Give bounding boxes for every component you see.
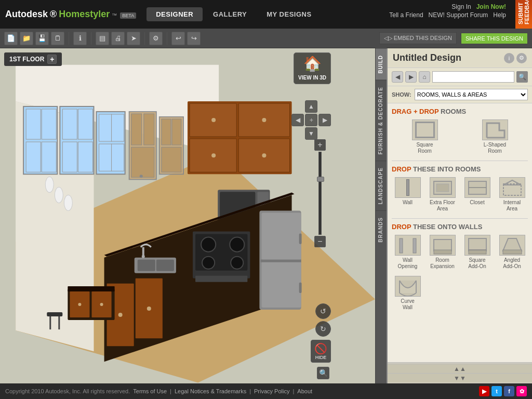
curve-wall-item[interactable]: CurveWall (392, 276, 423, 311)
square-room-item[interactable]: SquareRoom (392, 119, 458, 154)
export-icon[interactable]: ➤ (127, 32, 140, 45)
zoom-thumb[interactable] (317, 177, 324, 182)
svg-rect-85 (413, 238, 416, 253)
share-button[interactable]: SHARE THIS DESIGN (461, 33, 528, 44)
panel-settings-button[interactable]: ⚙ (516, 53, 527, 63)
my-designs-nav-btn[interactable]: MY DESIGNS (257, 7, 321, 21)
wall-opening-item[interactable]: WallOpening (392, 235, 423, 270)
flickr-icon[interactable]: ✿ (516, 386, 527, 396)
tab-build[interactable]: BUILD (376, 48, 387, 80)
svg-rect-45 (138, 260, 155, 271)
show-select[interactable]: ROOMS, WALLS & AREAS FLOOR PLAN 3D VIEW (415, 89, 528, 100)
svg-rect-6 (26, 142, 41, 172)
panel-home-button[interactable]: ⌂ (419, 71, 430, 83)
svg-rect-86 (434, 240, 451, 251)
designer-nav-btn[interactable]: DESIGNER (147, 7, 203, 21)
support-forum-link[interactable]: NEW! Support Forum (429, 11, 488, 19)
svg-point-76 (55, 187, 63, 203)
nav-right-button[interactable]: ▶ (318, 114, 331, 126)
facebook-icon[interactable]: f (504, 386, 514, 396)
panel-back-button[interactable]: ◀ (392, 71, 403, 83)
join-now-link[interactable]: Join Now! (476, 3, 506, 10)
panel-search-button[interactable]: 🔍 (516, 71, 528, 83)
internal-area-item[interactable]: InternalArea (496, 177, 528, 212)
twitter-icon[interactable]: t (491, 386, 502, 396)
show-label: SHOW: (392, 91, 411, 98)
nav-center-button[interactable]: ✛ (305, 114, 317, 126)
section-divider-2 (392, 218, 528, 219)
lshaped-room-item[interactable]: L-ShapedRoom (462, 119, 528, 154)
svg-marker-83 (503, 180, 521, 185)
about-link[interactable]: About (297, 388, 312, 394)
tab-furnish-decorate[interactable]: FURNISH & DECORATE (376, 80, 387, 161)
angled-addon-item[interactable]: AngledAdd-On (496, 235, 528, 270)
table-icon[interactable]: ▤ (96, 32, 109, 45)
panel-forward-button[interactable]: ▶ (405, 71, 417, 83)
svg-point-75 (45, 177, 54, 192)
embed-button[interactable]: ◁▷ EMBED THIS DESIGN (379, 32, 457, 44)
collapse-down-button[interactable]: ▼▼ (388, 373, 532, 382)
drop-onto-walls-grid: WallOpening RoomExpansion (392, 235, 528, 270)
save-as-icon[interactable]: 🗒 (51, 32, 64, 45)
feedback-button[interactable]: SUBMIT FEEDBACK (515, 0, 532, 29)
extra-floor-label: Extra FloorArea (430, 200, 455, 212)
youtube-icon[interactable]: ▶ (479, 386, 489, 396)
gallery-nav-btn[interactable]: GALLERY (204, 7, 256, 21)
legal-link[interactable]: Legal Notices & Trademarks (175, 388, 246, 394)
print-icon[interactable]: 🖨 (111, 32, 125, 45)
view-3d-button[interactable]: 🏠 VIEW IN 3D (294, 52, 331, 84)
open-file-icon[interactable]: 📁 (20, 32, 33, 45)
nav-down-button[interactable]: ▼ (305, 127, 317, 140)
sign-in-link[interactable]: Sign In (451, 3, 471, 10)
undo-icon[interactable]: ↩ (171, 32, 185, 45)
privacy-link[interactable]: Privacy Policy (254, 388, 289, 394)
nav-up-button[interactable]: ▲ (305, 100, 317, 113)
tab-brands[interactable]: BRANDS (376, 210, 387, 249)
panel-info-button[interactable]: i (504, 53, 514, 63)
svg-rect-74 (58, 316, 60, 329)
svg-rect-25 (172, 119, 181, 145)
svg-point-35 (262, 153, 266, 157)
nav-left-button[interactable]: ◀ (291, 114, 304, 126)
collapse-up-button[interactable]: ▲▲ (388, 364, 532, 373)
tell-a-friend-link[interactable]: Tell a Friend (389, 11, 423, 19)
hide-button[interactable]: 🚫 HIDE (311, 340, 331, 363)
house-icon: 🏠 (298, 55, 326, 72)
extra-floor-item[interactable]: Extra FloorArea (427, 177, 458, 212)
svg-rect-57 (261, 212, 301, 259)
zoom-track[interactable] (318, 152, 322, 235)
wall-opening-label: WallOpening (398, 257, 418, 270)
zoom-in-button[interactable]: + (314, 139, 326, 151)
settings-icon[interactable]: ⚙ (149, 32, 163, 45)
svg-point-22 (140, 175, 143, 178)
tab-landscape[interactable]: LANDSCAPE (376, 161, 387, 210)
svg-rect-5 (42, 109, 56, 139)
save-icon[interactable]: 💾 (35, 32, 49, 45)
svg-rect-24 (162, 119, 171, 145)
panel-search-input[interactable] (432, 71, 514, 83)
add-floor-button[interactable]: + (47, 55, 57, 64)
right-panel: Untitled Design i ⚙ ◀ ▶ ⌂ 🔍 SHOW: ROOMS,… (387, 48, 532, 383)
svg-rect-14 (99, 114, 112, 141)
svg-point-70 (78, 303, 81, 306)
canvas-area: 1ST FLOOR + (0, 48, 375, 383)
help-link[interactable]: Help (493, 11, 506, 19)
wall-item[interactable]: Wall (392, 177, 423, 212)
wall-opening-svg (397, 235, 418, 255)
terms-link[interactable]: Terms of Use (133, 388, 167, 394)
svg-rect-20 (144, 114, 154, 145)
zoom-out-button[interactable]: − (314, 236, 326, 247)
room-expansion-item[interactable]: RoomExpansion (427, 235, 458, 270)
panel-content: DRAG + DROP ROOMS SquareRoom L-S (388, 103, 532, 362)
rotate-ccw-button[interactable]: ↺ (315, 303, 331, 319)
redo-icon[interactable]: ↪ (187, 32, 201, 45)
info-icon[interactable]: ℹ (73, 32, 87, 45)
magnifier-button[interactable]: 🔍 (317, 367, 329, 379)
square-addon-svg (467, 235, 488, 255)
rotate-cw-button[interactable]: ↻ (315, 321, 331, 337)
toolbar-separator-3 (144, 32, 145, 45)
square-addon-item[interactable]: SquareAdd-On (461, 235, 493, 270)
room-expansion-svg (432, 235, 453, 255)
new-file-icon[interactable]: 📄 (4, 32, 18, 45)
closet-item[interactable]: Closet (461, 177, 493, 212)
